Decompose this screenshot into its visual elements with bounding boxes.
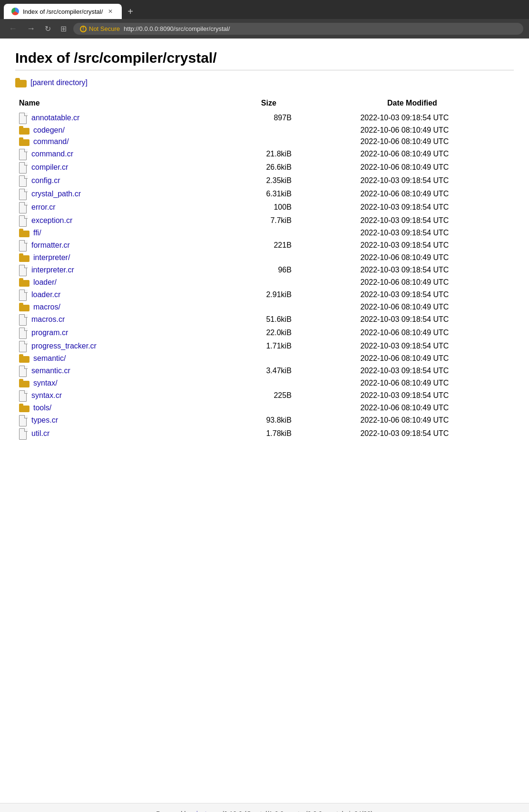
file-link[interactable]: interpreter.cr (31, 266, 74, 274)
table-row: crystal_path.cr6.31kiB2022-10-06 08:10:4… (15, 187, 514, 201)
file-link[interactable]: error.cr (31, 203, 56, 212)
active-tab[interactable]: Index of /src/compiler/crystal/ ✕ (4, 4, 122, 19)
file-link[interactable]: loader.cr (31, 290, 60, 299)
file-date: 2022-10-06 08:10:49 UTC (295, 252, 514, 263)
file-link[interactable]: loader/ (33, 278, 57, 287)
file-size (209, 353, 295, 364)
folder-icon (19, 278, 29, 287)
reload-button[interactable]: ↻ (42, 22, 54, 35)
warning-icon: ! (80, 26, 87, 32)
file-size: 51.6kiB (209, 313, 295, 326)
file-link[interactable]: annotatable.cr (31, 114, 79, 122)
file-link[interactable]: util.cr (31, 429, 49, 438)
file-link[interactable]: command/ (33, 137, 69, 146)
file-link[interactable]: progress_tracker.cr (31, 342, 97, 350)
table-row: semantic.cr3.47kiB2022-10-03 09:18:54 UT… (15, 364, 514, 377)
table-row: progress_tracker.cr1.71kiB2022-10-03 09:… (15, 339, 514, 353)
browser-toolbar: ← → ↻ ⊞ ! Not Secure http://0.0.0.0:8090… (0, 19, 529, 39)
page-content: Index of /src/compiler/crystal/ [parent … (0, 39, 529, 803)
file-date: 2022-10-06 08:10:49 UTC (295, 353, 514, 364)
file-size: 2.91kiB (209, 288, 295, 301)
file-link[interactable]: exception.cr (31, 216, 72, 225)
table-row: interpreter.cr96B2022-10-03 09:18:54 UTC (15, 263, 514, 277)
file-link[interactable]: program.cr (31, 329, 68, 337)
table-row: ffi/2022-10-03 09:18:54 UTC (15, 227, 514, 239)
file-link[interactable]: ffi/ (33, 229, 41, 237)
footer-text-after: /0.19.0 (Crystal/1.6.0 crystar/0.2.0 cry… (222, 810, 373, 812)
file-link[interactable]: semantic/ (33, 354, 66, 363)
title-divider (15, 70, 514, 70)
file-link[interactable]: interpreter/ (33, 253, 70, 262)
address-bar[interactable]: ! Not Secure http://0.0.0.0:8090/src/com… (73, 23, 523, 35)
file-size (209, 402, 295, 414)
file-size (209, 301, 295, 313)
file-link[interactable]: codegen/ (33, 126, 65, 135)
col-date-header: Date Modified (295, 97, 514, 111)
file-icon (19, 189, 28, 199)
table-row: interpreter/2022-10-06 08:10:49 UTC (15, 252, 514, 263)
file-link[interactable]: syntax.cr (31, 391, 62, 400)
file-icon (19, 341, 28, 351)
file-link[interactable]: semantic.cr (31, 367, 70, 375)
grid-view-button[interactable]: ⊞ (58, 22, 69, 35)
table-row: formatter.cr221B2022-10-03 09:18:54 UTC (15, 239, 514, 252)
col-size-header: Size (209, 97, 295, 111)
file-date: 2022-10-03 09:18:54 UTC (295, 227, 514, 239)
table-row: compiler.cr26.6kiB2022-10-06 08:10:49 UT… (15, 161, 514, 174)
file-icon (19, 113, 28, 123)
footer-text-before: Powered by (156, 810, 193, 812)
tab-title: Index of /src/compiler/crystal/ (23, 8, 103, 15)
file-size: 221B (209, 239, 295, 252)
table-row: syntax.cr225B2022-10-03 09:18:54 UTC (15, 389, 514, 402)
file-icon (19, 415, 28, 425)
file-icon (19, 149, 28, 159)
file-size (209, 252, 295, 263)
file-date: 2022-10-06 08:10:49 UTC (295, 414, 514, 427)
file-link[interactable]: crystal_path.cr (31, 190, 81, 198)
file-date: 2022-10-03 09:18:54 UTC (295, 214, 514, 227)
new-tab-button[interactable]: + (124, 4, 137, 19)
table-row: loader.cr2.91kiB2022-10-03 09:18:54 UTC (15, 288, 514, 301)
folder-icon (19, 303, 29, 311)
file-link[interactable]: syntax/ (33, 379, 58, 387)
col-name-header: Name (15, 97, 209, 111)
security-warning: ! Not Secure (80, 25, 120, 32)
file-link[interactable]: tools/ (33, 404, 51, 412)
file-table: Name Size Date Modified annotatable.cr89… (15, 97, 514, 440)
table-row: command.cr21.8kiB2022-10-06 08:10:49 UTC (15, 147, 514, 161)
file-size: 225B (209, 389, 295, 402)
table-row: annotatable.cr897B2022-10-03 09:18:54 UT… (15, 111, 514, 125)
file-icon (19, 162, 28, 173)
zipstream-link[interactable]: zipstream (193, 810, 222, 812)
folder-icon (19, 379, 29, 387)
file-link[interactable]: config.cr (31, 176, 60, 185)
table-row: exception.cr7.7kiB2022-10-03 09:18:54 UT… (15, 214, 514, 227)
file-icon (19, 202, 28, 213)
tab-bar: Index of /src/compiler/crystal/ ✕ + (0, 0, 529, 19)
file-date: 2022-10-03 09:18:54 UTC (295, 288, 514, 301)
file-link[interactable]: macros/ (33, 303, 60, 311)
forward-button[interactable]: → (24, 22, 38, 36)
file-date: 2022-10-06 08:10:49 UTC (295, 377, 514, 389)
parent-directory-link[interactable]: [parent directory] (30, 78, 88, 87)
file-link[interactable]: compiler.cr (31, 163, 68, 172)
file-link[interactable]: command.cr (31, 150, 73, 158)
file-link[interactable]: macros.cr (31, 315, 65, 324)
table-header-row: Name Size Date Modified (15, 97, 514, 111)
file-icon (19, 215, 28, 226)
table-row: util.cr1.78kiB2022-10-03 09:18:54 UTC (15, 427, 514, 440)
file-size (209, 377, 295, 389)
back-button[interactable]: ← (6, 22, 20, 36)
tab-favicon-icon (11, 8, 19, 15)
folder-icon (19, 253, 29, 262)
file-date: 2022-10-03 09:18:54 UTC (295, 339, 514, 353)
file-date: 2022-10-06 08:10:49 UTC (295, 402, 514, 414)
file-date: 2022-10-03 09:18:54 UTC (295, 111, 514, 125)
file-link[interactable]: formatter.cr (31, 241, 70, 250)
file-date: 2022-10-06 08:10:49 UTC (295, 125, 514, 136)
file-date: 2022-10-03 09:18:54 UTC (295, 427, 514, 440)
file-link[interactable]: types.cr (31, 416, 58, 425)
tab-close-button[interactable]: ✕ (107, 8, 114, 15)
table-row: error.cr100B2022-10-03 09:18:54 UTC (15, 201, 514, 214)
file-date: 2022-10-03 09:18:54 UTC (295, 201, 514, 214)
